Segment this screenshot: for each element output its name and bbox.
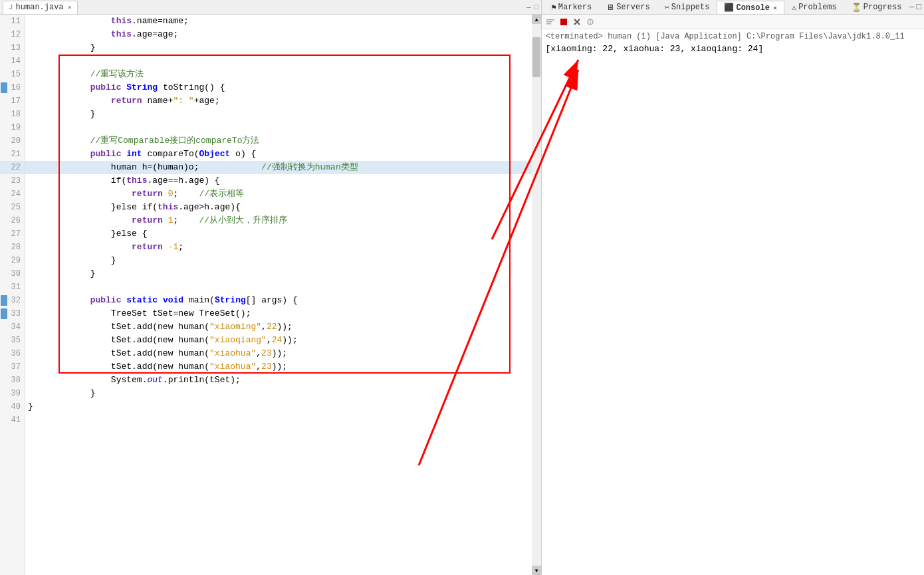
console-output: [xiaoming: 22, xiaohua: 23, xiaoqiang: 2…: [546, 44, 920, 54]
code-line-38: System.out.println(tSet);: [25, 374, 532, 387]
tab-progress[interactable]: ⏳ Progress: [844, 1, 909, 14]
scrollbar-track[interactable]: [532, 24, 541, 566]
console-terminated-label: <terminated> human (1) [Java Application…: [546, 32, 920, 41]
line-num-23: 23: [0, 174, 25, 187]
tab-problems[interactable]: ⚠ Problems: [784, 1, 844, 14]
editor-tab-controls: — □: [526, 3, 538, 11]
console-toolbar: [542, 15, 924, 29]
remove-terminated-icon: [573, 18, 581, 26]
editor-tab-bar: J human.java ✕ — □: [0, 0, 541, 15]
svg-rect-3: [560, 19, 567, 25]
code-line-14: [25, 55, 532, 68]
code-line-29: }: [25, 254, 532, 267]
console-icon: ⬛: [724, 3, 734, 13]
code-line-40: }: [25, 400, 532, 413]
tab-console[interactable]: ⬛ Console ✕: [717, 1, 784, 14]
editor-panel: J human.java ✕ — □ 11 12 13 14 15 16 17 …: [0, 0, 542, 575]
clear-icon: [546, 17, 555, 27]
code-line-41: [25, 413, 532, 427]
line-num-28: 28: [0, 241, 25, 254]
java-file-icon: J: [9, 3, 13, 11]
code-line-13: }: [25, 41, 532, 55]
pin-icon: [586, 18, 594, 26]
line-num-19: 19: [0, 121, 25, 134]
markers-icon: ⚑: [552, 3, 556, 13]
editor-tab-label: human.java: [16, 3, 64, 12]
right-tab-bar: ⚑ Markers 🖥 Servers ✂ Snippets ⬛ Console…: [542, 0, 924, 15]
editor-scrollbar[interactable]: ▲ ▼: [532, 15, 541, 575]
progress-icon: ⏳: [852, 3, 862, 13]
line-num-35: 35: [0, 334, 25, 347]
code-line-19: [25, 121, 532, 134]
line-num-25: 25: [0, 201, 25, 214]
line-num-29: 29: [0, 254, 25, 267]
line-num-24: 24: [0, 187, 25, 201]
right-tab-icons: — □: [909, 2, 921, 12]
stop-button[interactable]: [558, 16, 570, 28]
line-num-37: 37: [0, 360, 25, 374]
code-line-31: [25, 281, 532, 294]
line-num-30: 30: [0, 267, 25, 281]
console-close-icon[interactable]: ✕: [773, 4, 777, 12]
maximize-icon[interactable]: □: [534, 3, 538, 11]
right-panel: ⚑ Markers 🖥 Servers ✂ Snippets ⬛ Console…: [542, 0, 924, 575]
line-num-36: 36: [0, 347, 25, 360]
minimize-icon[interactable]: —: [526, 3, 531, 11]
line-num-33: 33: [0, 307, 25, 320]
right-tabs: ⚑ Markers 🖥 Servers ✂ Snippets ⬛ Console…: [544, 0, 909, 14]
snippets-icon: ✂: [665, 3, 669, 13]
scroll-up-button[interactable]: ▲: [532, 15, 541, 24]
line-num-22: 22: [0, 161, 25, 174]
line-num-40: 40: [0, 400, 25, 413]
tab-markers[interactable]: ⚑ Markers: [544, 1, 600, 14]
svg-rect-0: [546, 19, 554, 21]
code-line-39: }: [25, 387, 532, 400]
line-num-13: 13: [0, 41, 25, 55]
line-num-12: 12: [0, 28, 25, 41]
line-num-15: 15: [0, 68, 25, 81]
servers-icon: 🖥: [606, 3, 614, 13]
line-num-32: 32: [0, 294, 25, 307]
line-num-14: 14: [0, 55, 25, 68]
code-line-18: }: [25, 108, 532, 121]
console-content[interactable]: <terminated> human (1) [Java Application…: [542, 29, 924, 575]
pin-button[interactable]: [584, 16, 596, 28]
line-num-21: 21: [0, 148, 25, 161]
tab-servers[interactable]: 🖥 Servers: [599, 1, 657, 14]
panel-minimize-icon[interactable]: —: [909, 2, 914, 12]
code-line-30: }: [25, 267, 532, 281]
scroll-down-button[interactable]: ▼: [532, 566, 541, 575]
line-num-41: 41: [0, 413, 25, 427]
clear-console-button[interactable]: [544, 16, 556, 28]
stop-icon: [560, 18, 568, 26]
svg-rect-1: [546, 21, 552, 23]
line-num-27: 27: [0, 227, 25, 241]
line-num-11: 11: [0, 15, 25, 28]
remove-terminated-button[interactable]: [571, 16, 583, 28]
line-num-38: 38: [0, 374, 25, 387]
line-numbers: 11 12 13 14 15 16 17 18 19 20 21 22 23 2…: [0, 15, 25, 575]
line-num-20: 20: [0, 134, 25, 148]
code-line-15: //重写该方法: [25, 68, 532, 81]
editor-tab-human-java[interactable]: J human.java ✕: [3, 1, 78, 14]
line-num-26: 26: [0, 214, 25, 227]
code-area[interactable]: this.name=name; this.age=age; } //重写该方法 …: [25, 15, 532, 575]
code-line-17: return name+": "+age;: [25, 94, 532, 108]
tab-close-icon[interactable]: ✕: [68, 3, 72, 11]
code-wrapper: 11 12 13 14 15 16 17 18 19 20 21 22 23 2…: [0, 15, 541, 575]
line-num-39: 39: [0, 387, 25, 400]
tab-snippets[interactable]: ✂ Snippets: [657, 1, 717, 14]
svg-rect-2: [546, 23, 551, 25]
code-line-20: //重写Comparable接口的compareTo方法: [25, 134, 532, 148]
scrollbar-thumb[interactable]: [532, 37, 540, 77]
code-line-12: this.age=age;: [25, 28, 532, 41]
line-num-34: 34: [0, 320, 25, 334]
line-num-18: 18: [0, 108, 25, 121]
panel-maximize-icon[interactable]: □: [916, 2, 921, 12]
line-num-31: 31: [0, 281, 25, 294]
line-num-17: 17: [0, 94, 25, 108]
problems-icon: ⚠: [792, 3, 796, 13]
line-num-16: 16: [0, 81, 25, 94]
